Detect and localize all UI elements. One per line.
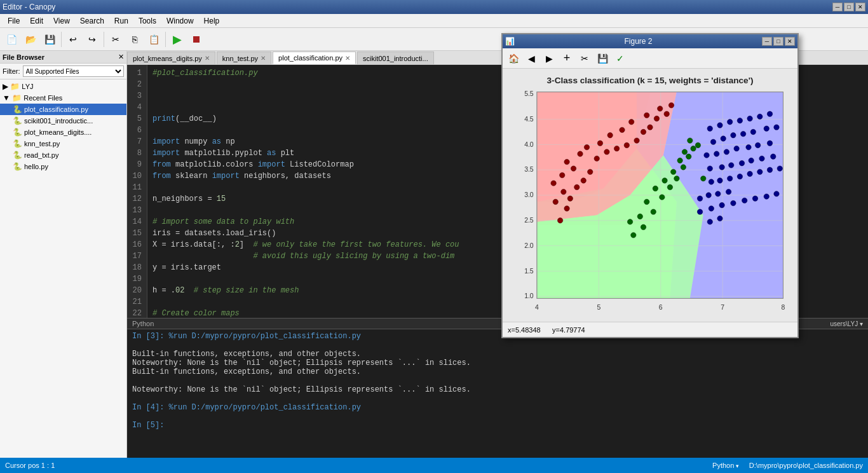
tree-item-read-txt[interactable]: 🐍 read_txt.py (0, 149, 126, 161)
figure-save-button[interactable]: 💾 (594, 50, 611, 67)
svg-point-51 (578, 151, 583, 156)
tab-label: plot_classification.py (278, 54, 342, 62)
paste-button[interactable]: 📋 (145, 31, 163, 48)
figure-back-button[interactable]: ◀ (523, 50, 539, 67)
tree-item-plot-kmeans[interactable]: 🐍 plot_kmeans_digits.... (0, 127, 126, 138)
debug-button[interactable]: ⏹ (187, 31, 205, 48)
menu-edit[interactable]: Edit (25, 14, 48, 27)
figure-minimize-button[interactable]: ─ (762, 37, 772, 46)
menu-run[interactable]: Run (109, 14, 133, 27)
folder-icon: ▶ 📁 (3, 82, 20, 91)
menu-help[interactable]: Help (199, 14, 225, 27)
svg-point-128 (709, 206, 714, 211)
svg-point-109 (707, 166, 712, 171)
figure-toolbar: 🏠 ◀ ▶ + ✂ 💾 ✓ (503, 48, 797, 69)
svg-point-44 (551, 181, 556, 186)
python-file-icon: 🐍 (13, 105, 22, 114)
svg-point-107 (755, 142, 760, 147)
svg-point-52 (604, 149, 609, 154)
minimize-button[interactable]: ─ (832, 3, 843, 11)
tab-knn[interactable]: knn_test.py ✕ (217, 51, 271, 64)
tree-item-knn[interactable]: 🐍 knn_test.py (0, 138, 126, 149)
figure-coords: x=5.48348 y=4.79774 (508, 326, 585, 334)
svg-point-58 (607, 133, 613, 138)
run-button[interactable]: ▶ (168, 31, 186, 48)
copy-button[interactable]: ⎘ (126, 31, 144, 48)
redo-button[interactable]: ↪ (83, 31, 101, 48)
python-file-icon: 🐍 (13, 162, 22, 171)
figure-home-button[interactable]: 🏠 (505, 50, 522, 67)
python-file-icon: 🐍 (13, 151, 22, 160)
console-line: Built-in functions, exceptions, and othe… (132, 367, 863, 376)
file-browser-title: File Browser (3, 53, 44, 61)
svg-point-93 (757, 114, 763, 119)
svg-point-68 (627, 219, 632, 224)
file-browser-close[interactable]: ✕ (118, 53, 124, 61)
svg-point-61 (648, 125, 653, 130)
tree-label: read_txt.py (24, 151, 124, 159)
status-bar: Cursor pos 1 : 1 Python D:\mypro\pypro\p… (0, 458, 868, 473)
svg-point-119 (737, 174, 742, 179)
figure-status-bar: x=5.48348 y=4.79774 (503, 322, 797, 337)
menu-search[interactable]: Search (75, 14, 109, 27)
figure-forward-button[interactable]: ▶ (541, 50, 557, 67)
console-content[interactable]: In [3]: %run D:/mypro/pypro/plot_classif… (127, 329, 868, 458)
menu-tools[interactable]: Tools (133, 14, 161, 27)
svg-point-53 (614, 146, 619, 151)
menu-file[interactable]: File (3, 14, 25, 27)
svg-point-86 (701, 176, 706, 181)
console-line: Noteworthy: None is the `nil` object; El… (132, 385, 863, 394)
undo-button[interactable]: ↩ (64, 31, 82, 48)
close-button[interactable]: ✕ (855, 3, 865, 11)
tab-scikit[interactable]: scikit001_introducti... (357, 51, 434, 64)
svg-point-100 (764, 126, 769, 131)
svg-point-135 (697, 209, 702, 214)
open-file-button[interactable]: 📂 (22, 31, 39, 48)
tab-plot-classification[interactable]: plot_classification.py ✕ (273, 51, 356, 64)
svg-point-71 (651, 209, 656, 214)
svg-point-117 (717, 178, 722, 183)
figure-pan-button[interactable]: ✂ (576, 50, 593, 67)
tree-item-hello[interactable]: 🐍 hello.py (0, 161, 126, 172)
figure-configure-button[interactable]: ✓ (612, 50, 628, 67)
tree-item-scikit[interactable]: 🐍 scikit001_introductic... (0, 115, 126, 127)
svg-point-83 (691, 146, 696, 151)
svg-point-136 (707, 219, 712, 224)
figure-close-button[interactable]: ✕ (785, 37, 795, 46)
figure-maximize-button[interactable]: □ (773, 37, 783, 46)
cut-button[interactable]: ✂ (107, 31, 125, 48)
svg-point-59 (641, 129, 646, 134)
svg-point-41 (567, 196, 573, 201)
tree-item-recent[interactable]: ▼ 📁 Recent Files (0, 92, 126, 104)
title-bar: Editor - Canopy ─ □ ✕ (0, 0, 868, 14)
svg-point-46 (560, 172, 565, 177)
svg-point-89 (717, 123, 722, 128)
tree-item-plot-classification[interactable]: 🐍 plot_classification.py (0, 104, 126, 115)
maximize-button[interactable]: □ (844, 3, 854, 11)
svg-point-97 (731, 133, 736, 138)
filter-select[interactable]: All Supported Files (23, 65, 125, 77)
file-browser-header: File Browser ✕ (0, 51, 126, 64)
figure-canvas: 3-Class classification (k = 15, weights … (503, 69, 797, 322)
tab-plot-kmeans[interactable]: plot_kmeans_digits.py ✕ (127, 51, 215, 64)
tree-item-lyj[interactable]: ▶ 📁 LYJ (0, 81, 126, 92)
new-file-button[interactable]: 📄 (3, 31, 20, 48)
menu-window[interactable]: Window (161, 14, 199, 27)
svg-point-116 (709, 179, 714, 184)
python-version[interactable]: Python (712, 462, 739, 469)
figure-zoom-button[interactable]: + (559, 50, 575, 67)
svg-text:5: 5 (597, 304, 600, 311)
tree-label: plot_kmeans_digits.... (24, 128, 124, 136)
save-button[interactable]: 💾 (41, 31, 58, 48)
menu-view[interactable]: View (48, 14, 75, 27)
svg-point-85 (688, 138, 693, 143)
tab-close-icon[interactable]: ✕ (205, 55, 210, 62)
tab-close-icon[interactable]: ✕ (261, 55, 266, 62)
svg-point-131 (742, 198, 747, 203)
tab-close-icon[interactable]: ✕ (345, 55, 350, 62)
svg-point-55 (624, 142, 629, 147)
console-area: Python users\LYJ ▾ In [3]: %run D:/mypro… (127, 318, 868, 458)
svg-text:6: 6 (659, 304, 663, 311)
file-path: D:\mypro\pypro\plot_classification.py (749, 462, 863, 469)
svg-point-94 (767, 111, 772, 116)
